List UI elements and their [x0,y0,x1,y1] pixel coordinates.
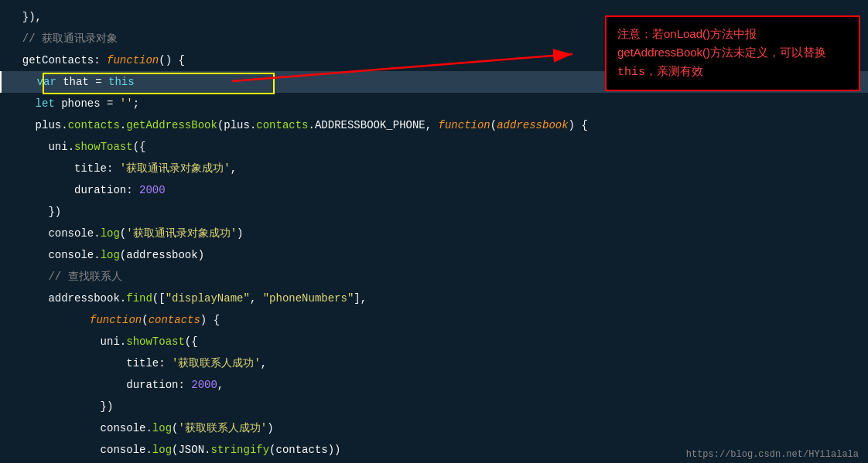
arrow [232,43,603,104]
code-line-13: // 查找联系人 [0,266,868,288]
code-line-16: uni.showToast({ [0,331,868,352]
code-line-14: addressbook.find(["displayName", "phoneN… [0,288,868,309]
code-line-11: console.log('获取通讯录对象成功') [0,223,868,244]
attribution: https://blog.csdn.net/HYilalala [686,449,859,460]
annotation-text: 注意：若onLoad()方法中报 getAddressBook()方法未定义，可… [617,27,826,77]
annotation-code: this [617,66,645,79]
code-line-7: uni.showToast({ [0,136,868,158]
code-line-19: }) [0,396,868,417]
code-line-17: title: '获取联系人成功', [0,352,868,374]
code-line-15: function(contacts) { [0,309,868,331]
svg-line-1 [232,54,572,81]
code-line-8: title: '获取通讯录对象成功', [0,158,868,179]
annotation-box: 注意：若onLoad()方法中报 getAddressBook()方法未定义，可… [605,15,860,91]
code-line-18: duration: 2000, [0,374,868,396]
code-line-9: duration: 2000 [0,179,868,201]
code-line-6: plus.contacts.getAddressBook(plus.contac… [0,114,868,136]
code-line-20: console.log('获取联系人成功') [0,417,868,439]
code-line-10: }) [0,201,868,223]
code-line-12: console.log(addressbook) [0,244,868,266]
